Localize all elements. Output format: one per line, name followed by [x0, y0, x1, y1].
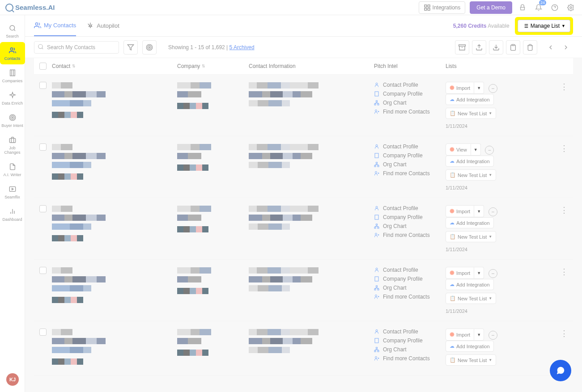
hubspot-dropdown[interactable]: ▼ [474, 205, 484, 217]
row-menu-button[interactable]: ⋮ [560, 267, 568, 314]
add-integration-button[interactable]: ☁Add Integration [446, 156, 494, 167]
company-profile-link[interactable]: Company Profile [374, 276, 446, 282]
export-button[interactable] [506, 40, 520, 55]
table-row: Contact Profile Company Profile Org Char… [34, 321, 573, 376]
contact-profile-link[interactable]: Contact Profile [374, 267, 446, 273]
tab-autopilot[interactable]: Autopilot [87, 15, 119, 36]
list-icon: 📋 [450, 172, 456, 178]
add-integration-button[interactable]: ☁Add Integration [446, 279, 494, 290]
org-chart-link[interactable]: Org Chart [374, 285, 446, 291]
svg-rect-41 [374, 104, 376, 105]
table-header: Contact⇅ Company⇅ Contact Information Pi… [34, 58, 573, 75]
find-more-link[interactable]: Find more Contacts [374, 109, 446, 115]
contact-profile-link[interactable]: Contact Profile [374, 205, 446, 211]
col-contact[interactable]: Contact⇅ [52, 63, 177, 69]
contact-profile-link[interactable]: Contact Profile [374, 82, 446, 88]
find-more-link[interactable]: Find more Contacts [374, 170, 446, 177]
svg-point-87 [375, 357, 377, 358]
org-chart-link[interactable]: Org Chart [374, 223, 446, 229]
sidebar-item-contacts[interactable]: Contacts [0, 42, 25, 64]
row-checkbox[interactable] [39, 267, 47, 274]
tab-my-contacts[interactable]: My Contacts [34, 15, 76, 36]
list-select-button[interactable]: 📋New Test List ▼ [446, 108, 496, 119]
search-input[interactable] [34, 41, 119, 54]
row-menu-button[interactable]: ⋮ [560, 82, 568, 129]
org-chart-link[interactable]: Org Chart [374, 100, 446, 106]
row-checkbox[interactable] [39, 143, 47, 151]
add-integration-button[interactable]: ☁Add Integration [446, 217, 494, 228]
find-more-link[interactable]: Find more Contacts [374, 355, 446, 362]
hubspot-action-button[interactable]: ✺View [446, 143, 471, 156]
row-checkbox[interactable] [39, 205, 47, 212]
logo[interactable]: Seamless.AI [5, 4, 55, 12]
list-select-button[interactable]: 📋New Test List ▼ [446, 169, 496, 181]
hubspot-dropdown[interactable]: ▼ [474, 82, 484, 94]
select-all-checkbox[interactable] [39, 63, 47, 70]
notifications-button[interactable]: 24 [533, 2, 544, 13]
hubspot-dropdown[interactable]: ▼ [474, 267, 484, 279]
remove-button[interactable]: − [489, 84, 497, 93]
find-more-link[interactable]: Find more Contacts [374, 232, 446, 238]
company-profile-link[interactable]: Company Profile [374, 337, 446, 344]
find-more-link[interactable]: Find more Contacts [374, 294, 446, 300]
contact-profile-link[interactable]: Contact Profile [374, 329, 446, 335]
delete-button[interactable] [523, 40, 537, 55]
list-select-button[interactable]: 📋New Test List ▼ [446, 354, 496, 366]
sidebar-item-dashboard[interactable]: Dashboard [0, 203, 25, 225]
list-select-button[interactable]: 📋New Test List ▼ [446, 231, 496, 242]
target-button[interactable] [142, 40, 157, 55]
chat-fab[interactable] [550, 360, 571, 381]
list-select-button[interactable]: 📋New Test List ▼ [446, 293, 496, 304]
hubspot-action-button[interactable]: ✺Import [446, 82, 474, 94]
archived-link[interactable]: 5 Archived [229, 44, 255, 51]
next-page-button[interactable] [559, 40, 573, 55]
hubspot-action-button[interactable]: ✺Import [446, 267, 474, 279]
sidebar-item-ai-writer[interactable]: A.I. Writer [0, 158, 25, 181]
company-profile-link[interactable]: Company Profile [374, 91, 446, 97]
prev-page-button[interactable] [544, 40, 558, 55]
help-button[interactable] [549, 2, 561, 13]
svg-point-21 [35, 23, 38, 25]
add-integration-button[interactable]: ☁Add Integration [446, 94, 494, 105]
remove-button[interactable]: − [485, 146, 494, 155]
svg-rect-42 [378, 104, 379, 105]
remove-button[interactable]: − [489, 269, 497, 278]
target-icon [8, 113, 17, 122]
filter-button[interactable] [123, 40, 138, 55]
user-avatar[interactable]: KJ [6, 373, 19, 386]
sidebar-item-seamflix[interactable]: Seamflix [0, 181, 25, 203]
hand-icon[interactable] [517, 2, 528, 13]
row-checkbox[interactable] [39, 329, 47, 336]
company-profile-link[interactable]: Company Profile [374, 214, 446, 220]
sidebar-item-search[interactable]: Search [0, 20, 25, 42]
svg-rect-49 [375, 153, 378, 158]
contact-profile-link[interactable]: Contact Profile [374, 143, 446, 150]
upload-button[interactable] [472, 40, 486, 55]
sidebar-item-companies[interactable]: Companies [0, 64, 25, 87]
row-menu-button[interactable]: ⋮ [560, 143, 568, 190]
sidebar-item-buyer-intent[interactable]: Buyer Intent [0, 109, 25, 131]
integrations-button[interactable]: Integrations [419, 1, 466, 14]
manage-list-button[interactable]: Manage List ▼ [518, 20, 570, 32]
hubspot-dropdown[interactable]: ▼ [471, 143, 481, 156]
col-company[interactable]: Company⇅ [177, 63, 249, 69]
svg-point-14 [12, 117, 13, 118]
get-demo-button[interactable]: Get a Demo [470, 1, 512, 14]
org-chart-link[interactable]: Org Chart [374, 161, 446, 168]
hubspot-dropdown[interactable]: ▼ [474, 329, 484, 341]
row-checkbox[interactable] [39, 82, 47, 89]
org-chart-link[interactable]: Org Chart [374, 346, 446, 353]
sidebar-item-data-enrich[interactable]: Data Enrich [0, 87, 25, 109]
remove-button[interactable]: − [489, 207, 497, 216]
download-button[interactable] [489, 40, 503, 55]
sidebar-item-job-changes[interactable]: Job Changes [0, 131, 25, 158]
remove-button[interactable]: − [489, 331, 497, 340]
svg-point-5 [570, 7, 572, 8]
row-menu-button[interactable]: ⋮ [560, 205, 568, 252]
hubspot-action-button[interactable]: ✺Import [446, 205, 474, 217]
company-profile-link[interactable]: Company Profile [374, 152, 446, 159]
hubspot-action-button[interactable]: ✺Import [446, 329, 474, 341]
archive-button[interactable] [455, 40, 469, 55]
settings-button[interactable] [565, 2, 577, 13]
add-integration-button[interactable]: ☁Add Integration [446, 341, 494, 352]
